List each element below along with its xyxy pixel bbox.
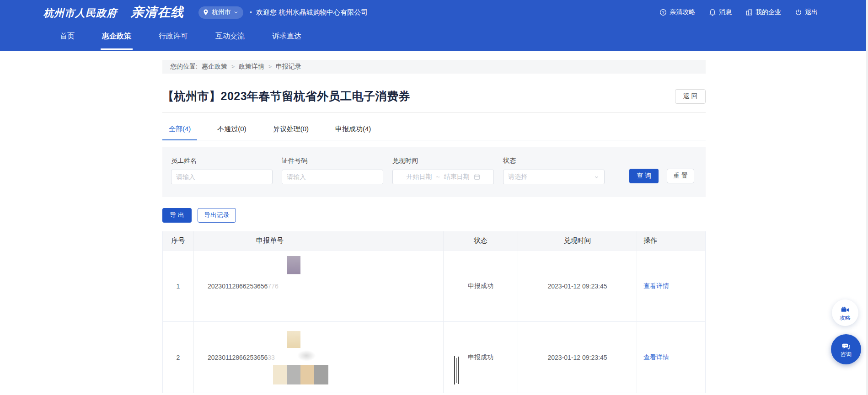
id-number-input[interactable] (282, 170, 383, 184)
field-label: 证件号码 (282, 157, 383, 165)
export-row: 导 出 导出记录 (162, 208, 706, 223)
tab-all[interactable]: 全部(4) (162, 125, 197, 140)
table-header-row: 序号 申报单号 状态 兑现时间 操作 (163, 231, 705, 251)
guide-float-button[interactable]: 攻略 (832, 299, 858, 326)
header-link-label: 亲清攻略 (670, 8, 695, 16)
breadcrumb-item-policy[interactable]: 惠企政策 (202, 63, 227, 71)
header-link-my-enterprise[interactable]: 我的企业 (745, 8, 781, 16)
nav-item-admin-permit[interactable]: 行政许可 (159, 22, 188, 51)
cell-action: 查看详情 (637, 251, 706, 321)
field-employee-name: 员工姓名 (171, 157, 273, 197)
power-icon (795, 9, 802, 16)
tab-success[interactable]: 申报成功(4) (329, 125, 377, 140)
cell-redeem-time: 2023-01-12 09:23:45 (518, 251, 637, 321)
top-header: 杭州市人民政府 亲清在线 杭州市 · 欢迎您 杭州水晶城购物中心有限公司 ? 亲… (0, 0, 868, 51)
header-link-messages[interactable]: 消息 (709, 8, 732, 16)
employee-name-input[interactable] (171, 170, 273, 184)
tab-objection[interactable]: 异议处理(0) (267, 125, 315, 140)
col-header-action: 操作 (637, 231, 706, 250)
welcome-dot: · (250, 8, 252, 17)
view-detail-link[interactable]: 查看详情 (643, 353, 669, 362)
field-label: 状态 (503, 157, 605, 165)
app-no-text: 20230112866253656 (208, 354, 268, 361)
redaction-mosaic (287, 365, 300, 384)
table-row: 1 20230112866253656776 申报成功 2023-01-12 0… (163, 251, 705, 322)
col-header-status: 状态 (444, 231, 518, 250)
field-redeem-time: 兑现时间 开始日期 ~ 结束日期 (392, 157, 494, 197)
redaction-mosaic (300, 365, 314, 384)
breadcrumb-item-policy-detail[interactable]: 政策详情 (239, 63, 264, 71)
chat-icon (841, 342, 851, 351)
header-link-guide[interactable]: ? 亲清攻略 (659, 8, 695, 16)
location-selector[interactable]: 杭州市 (198, 6, 243, 19)
breadcrumb-separator: > (268, 64, 272, 70)
chevron-down-icon (594, 174, 600, 180)
app-no-text: 20230112866253656 (208, 283, 268, 290)
consult-float-button[interactable]: 咨询 (831, 334, 861, 364)
nav-item-appeal[interactable]: 诉求直达 (272, 22, 301, 51)
bell-icon (709, 9, 716, 16)
header-top-row: 杭州市人民政府 亲清在线 杭州市 · 欢迎您 杭州水晶城购物中心有限公司 ? 亲… (0, 0, 868, 22)
redaction-mosaic (287, 256, 300, 274)
nav-item-enterprise-policy[interactable]: 惠企政策 (102, 22, 131, 51)
redaction-mosaic (314, 365, 328, 384)
nav-item-interaction[interactable]: 互动交流 (215, 22, 245, 51)
end-date-placeholder: 结束日期 (444, 173, 470, 181)
consult-float-label: 咨询 (841, 352, 852, 357)
location-label: 杭州市 (212, 8, 231, 16)
chevron-down-icon (233, 10, 239, 15)
logo-brand-text: 亲清在线 (131, 4, 184, 21)
col-header-redeem-time: 兑现时间 (518, 231, 637, 250)
redaction-mark (454, 356, 455, 384)
breadcrumb-prefix: 您的位置: (170, 63, 198, 71)
redaction-mosaic (273, 365, 287, 384)
redaction-mosaic (297, 350, 316, 361)
calendar-icon (474, 174, 480, 180)
view-detail-link[interactable]: 查看详情 (643, 282, 669, 290)
location-pin-icon (202, 9, 209, 16)
export-button[interactable]: 导 出 (162, 208, 192, 223)
screen: 杭州市人民政府 亲清在线 杭州市 · 欢迎您 杭州水晶城购物中心有限公司 ? 亲… (0, 0, 868, 395)
status-select-placeholder: 请选择 (508, 173, 527, 181)
col-header-index: 序号 (163, 231, 194, 250)
header-link-logout[interactable]: 退出 (795, 8, 818, 16)
app-no-faded-text: 776 (268, 283, 278, 290)
question-circle-icon: ? (659, 9, 667, 16)
title-row: 【杭州市】2023年春节留杭省外员工电子消费券 返 回 (162, 89, 706, 104)
field-status: 状态 请选择 (503, 157, 605, 197)
back-button[interactable]: 返 回 (675, 89, 706, 104)
search-button[interactable]: 查 询 (629, 169, 659, 183)
header-link-label: 退出 (805, 8, 818, 16)
export-log-button[interactable]: 导出记录 (198, 208, 236, 223)
main-nav: 首页 惠企政策 行政许可 互动交流 诉求直达 (0, 22, 868, 51)
breadcrumb: 您的位置: 惠企政策 > 政策详情 > 申报记录 (162, 60, 706, 74)
welcome-company: 欢迎您 杭州水晶城购物中心有限公司 (256, 8, 368, 17)
title-divider (162, 112, 706, 113)
reset-button[interactable]: 重 置 (667, 169, 694, 183)
date-range-input[interactable]: 开始日期 ~ 结束日期 (392, 170, 494, 184)
nav-item-home[interactable]: 首页 (60, 22, 75, 51)
records-table: 序号 申报单号 状态 兑现时间 操作 1 2023011286625365677… (162, 231, 706, 393)
redaction-mark (458, 357, 459, 384)
scrollbar-track[interactable] (866, 0, 868, 395)
header-link-label: 消息 (719, 8, 732, 16)
main-content: 您的位置: 惠企政策 > 政策详情 > 申报记录 【杭州市】2023年春节留杭省… (162, 60, 706, 393)
guide-float-label: 攻略 (840, 315, 851, 320)
cell-action: 查看详情 (637, 322, 706, 393)
status-select[interactable]: 请选择 (503, 170, 605, 184)
breadcrumb-item-records[interactable]: 申报记录 (276, 63, 301, 71)
svg-text:?: ? (662, 10, 664, 15)
video-camera-icon (841, 305, 850, 315)
cell-index: 1 (163, 251, 194, 321)
building-icon (745, 9, 753, 16)
start-date-placeholder: 开始日期 (406, 173, 432, 181)
field-label: 兑现时间 (392, 157, 494, 165)
logo: 杭州市人民政府 亲清在线 (43, 4, 184, 21)
cell-redeem-time: 2023-01-12 09:23:45 (518, 322, 637, 393)
welcome-text: · 欢迎您 杭州水晶城购物中心有限公司 (250, 8, 368, 17)
tab-rejected[interactable]: 不通过(0) (211, 125, 252, 140)
date-range-separator: ~ (436, 173, 439, 181)
cell-index: 2 (163, 322, 194, 393)
field-label: 员工姓名 (171, 157, 273, 165)
redaction-mark (456, 358, 457, 383)
